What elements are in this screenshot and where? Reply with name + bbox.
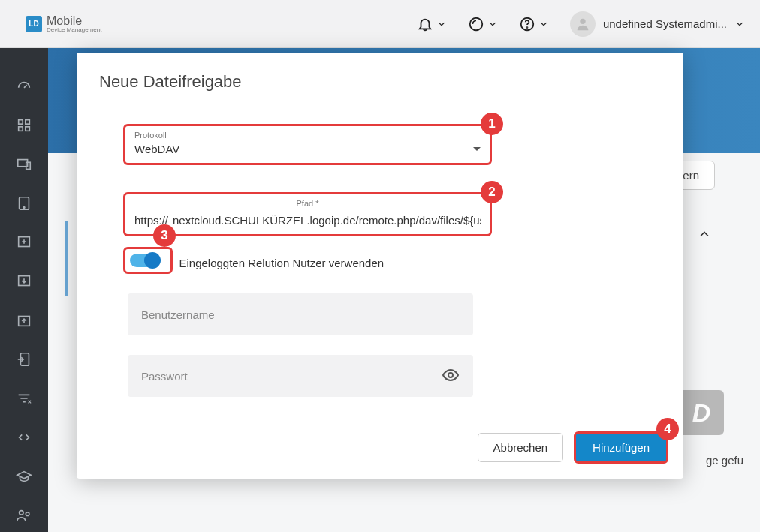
path-field-wrap: Pfad * https:// 2: [123, 192, 492, 236]
protocol-label: Protokoll: [134, 131, 481, 140]
use-logged-user-toggle[interactable]: [130, 254, 160, 267]
cancel-button[interactable]: Abbrechen: [478, 433, 564, 462]
password-input[interactable]: Passwort: [128, 355, 473, 397]
modal-title: Neue Dateifreigabe: [77, 53, 683, 107]
annotation-marker-2: 2: [481, 181, 503, 203]
annotation-marker-4: 4: [656, 418, 679, 440]
new-fileshare-modal: Neue Dateifreigabe Protokoll WebDAV 1 Pf…: [77, 53, 683, 479]
protocol-value: WebDAV: [134, 143, 179, 155]
modal-footer: Abbrechen Hinzufügen 4: [478, 431, 668, 464]
show-password-button[interactable]: [442, 366, 460, 386]
svg-point-18: [448, 373, 453, 377]
annotation-marker-3: 3: [153, 224, 176, 247]
protocol-select[interactable]: Protokoll WebDAV 1: [123, 124, 492, 165]
password-placeholder: Passwort: [141, 370, 188, 383]
use-logged-user-toggle-wrap: [123, 247, 173, 274]
username-placeholder: Benutzername: [141, 308, 215, 321]
path-label: Pfad *: [125, 199, 490, 208]
eye-icon: [442, 366, 460, 384]
username-input[interactable]: Benutzername: [128, 293, 473, 335]
toggle-label: Eingeloggten Relution Nutzer verwenden: [179, 257, 384, 269]
annotation-marker-1: 1: [481, 113, 503, 135]
modal-overlay: Neue Dateifreigabe Protokoll WebDAV 1 Pf…: [0, 0, 760, 532]
dropdown-arrow-icon: [473, 147, 481, 151]
path-input[interactable]: [173, 214, 481, 227]
add-button[interactable]: Hinzufügen: [574, 431, 668, 464]
